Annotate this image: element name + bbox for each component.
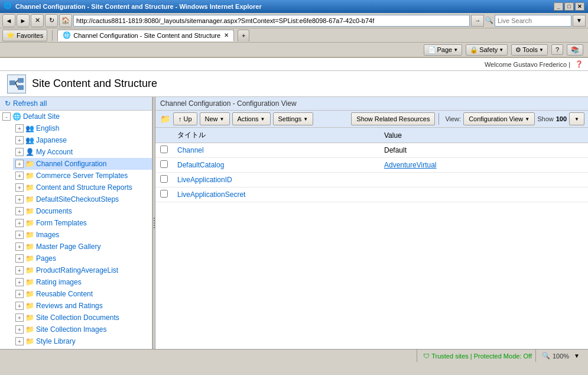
actions-button[interactable]: Actions ▼ <box>232 112 271 125</box>
show-related-button[interactable]: Show Related Resources <box>351 112 435 125</box>
close-button[interactable]: ✕ <box>575 2 584 11</box>
minimize-button[interactable]: _ <box>554 2 563 11</box>
expand-icon[interactable]: + <box>15 243 24 251</box>
content-area: Channel Configuration - Configuration Vi… <box>155 97 588 349</box>
table-container: タイトル Value ChannelDefaultDefaultCatalogA… <box>155 128 588 349</box>
up-button[interactable]: ↑ Up <box>173 112 197 125</box>
help-button[interactable]: ? <box>551 44 563 55</box>
home-button[interactable]: 🏠 <box>59 14 72 27</box>
refresh-all-button[interactable]: ↻ Refresh all <box>0 97 152 111</box>
row-title-cell: Channel <box>173 143 379 158</box>
expand-icon[interactable]: - <box>2 112 11 121</box>
research-button[interactable]: 📚 <box>567 44 583 56</box>
tools-menu-button[interactable]: ⚙ Tools ▼ <box>511 44 548 56</box>
svg-line-4 <box>15 83 18 88</box>
row-title-link[interactable]: DefaultCatalog <box>177 161 224 169</box>
tree-item-my-account[interactable]: + 👤 My Account <box>13 146 152 158</box>
zoom-dropdown-button[interactable]: ▼ <box>571 353 582 359</box>
safety-menu-button[interactable]: 🔒 Safety ▼ <box>466 44 508 56</box>
col-header-title[interactable]: タイトル <box>173 128 379 143</box>
tree-item-site-collection-images[interactable]: + 📁 Site Collection Images <box>13 324 152 335</box>
refresh-button[interactable]: ↻ <box>45 14 58 27</box>
expand-icon[interactable]: + <box>15 325 24 334</box>
new-tab-button[interactable]: + <box>238 30 249 41</box>
expand-icon[interactable]: + <box>15 124 24 132</box>
expand-icon[interactable]: + <box>15 160 24 168</box>
folder-icon: 📁 <box>25 242 34 251</box>
expand-icon[interactable]: + <box>15 148 24 156</box>
row-checkbox[interactable] <box>160 160 168 168</box>
status-zone <box>2 350 417 362</box>
row-checkbox[interactable] <box>160 146 168 153</box>
row-title-link[interactable]: LiveApplicationSecret <box>177 190 245 199</box>
show-value: 100 <box>556 115 567 122</box>
tree-item-documents[interactable]: + 📁 Documents <box>13 205 152 217</box>
expand-icon[interactable]: + <box>15 172 24 180</box>
expand-icon[interactable]: + <box>15 231 24 239</box>
col-header-value[interactable]: Value <box>379 128 588 143</box>
restore-button[interactable]: □ <box>564 2 574 11</box>
tools-icon: ⚙ <box>515 46 521 54</box>
go-button[interactable]: → <box>471 15 484 27</box>
new-button[interactable]: New ▼ <box>200 112 230 125</box>
tree-item-rating-images[interactable]: + 📁 Rating images <box>13 276 152 288</box>
tree-item-reusable-content[interactable]: + 📁 Reusable Content <box>13 288 152 300</box>
row-value[interactable]: AdventureVirtual <box>384 161 437 169</box>
live-search-icon: 🔍 <box>485 17 493 24</box>
address-bar: ◄ ► ✕ ↻ 🏠 → 🔍 ▼ <box>0 13 588 28</box>
tree-item-default-site[interactable]: - 🌐 Default Site <box>2 111 152 122</box>
tree-item-japanese[interactable]: + 👥 Japanese <box>13 134 152 146</box>
tree-item-product-rating[interactable]: + 📁 ProductRatingAverageList <box>13 264 152 276</box>
forward-button[interactable]: ► <box>17 14 30 27</box>
tree-item-workflow-tasks[interactable]: + ✅ Workflow Tasks <box>13 347 152 349</box>
expand-icon[interactable]: + <box>15 207 24 215</box>
expand-icon[interactable]: + <box>15 183 24 192</box>
site-icon: 🌐 <box>12 112 21 121</box>
tree-item-content-reports[interactable]: + 📁 Content and Structure Reports <box>13 182 152 193</box>
tree-item-channel-configuration[interactable]: + 📁 Channel Configuration <box>13 158 152 170</box>
expand-icon[interactable]: + <box>15 254 24 263</box>
expand-icon[interactable]: + <box>15 136 24 144</box>
expand-icon[interactable]: + <box>15 278 24 286</box>
actions-label: Actions <box>238 115 259 122</box>
tree-item-form-templates[interactable]: + 📁 Form Templates <box>13 217 152 229</box>
expand-icon[interactable]: + <box>15 219 24 227</box>
expand-icon[interactable]: + <box>15 302 24 310</box>
help-link-icon[interactable]: ❓ <box>575 60 583 68</box>
show-count-dropdown[interactable]: ▼ <box>569 112 584 125</box>
settings-button[interactable]: Settings ▼ <box>273 112 314 125</box>
page-menu-button[interactable]: 📄 Page ▼ <box>424 44 463 56</box>
actions-dropdown-icon: ▼ <box>261 117 265 122</box>
table-row: DefaultCatalogAdventureVirtual <box>155 158 588 173</box>
tree-item-site-collection-docs[interactable]: + 📁 Site Collection Documents <box>13 312 152 324</box>
tree-item-style-library[interactable]: + 📁 Style Library <box>13 335 152 347</box>
active-tab[interactable]: 🌐 Channel Configuration - Site Content a… <box>57 30 234 41</box>
window-controls[interactable]: _ □ ✕ <box>554 2 584 11</box>
expand-icon[interactable]: + <box>15 337 24 345</box>
tree-item-pages[interactable]: + 📁 Pages <box>13 253 152 264</box>
back-button[interactable]: ◄ <box>2 14 15 27</box>
expand-icon[interactable]: + <box>15 195 24 203</box>
address-input[interactable] <box>73 15 470 27</box>
favorites-button[interactable]: ⭐ Favorites <box>2 30 47 41</box>
expand-icon[interactable]: + <box>15 266 24 274</box>
table-header-row: タイトル Value <box>155 128 588 143</box>
expand-icon[interactable]: + <box>15 290 24 298</box>
tree-item-commerce-templates[interactable]: + 📁 Commerce Server Templates <box>13 170 152 182</box>
tree-item-english[interactable]: + 👥 English <box>13 122 152 134</box>
stop-button[interactable]: ✕ <box>31 14 44 27</box>
tab-close-icon[interactable]: ✕ <box>224 32 229 38</box>
tree-item-reviews-ratings[interactable]: + 📁 Reviews and Ratings <box>13 300 152 312</box>
tree-item-master-gallery[interactable]: + 📁 Master Page Gallery <box>13 241 152 253</box>
row-checkbox[interactable] <box>160 190 168 198</box>
row-value-cell <box>379 188 588 202</box>
search-input[interactable] <box>495 15 571 27</box>
row-title-link[interactable]: LiveApplicationID <box>177 176 232 184</box>
row-title-link[interactable]: Channel <box>177 146 204 154</box>
view-selector[interactable]: Configuration View ▼ <box>463 112 535 125</box>
search-button[interactable]: ▼ <box>573 15 586 27</box>
tree-item-checkout-steps[interactable]: + 📁 DefaultSiteCheckoutSteps <box>13 193 152 205</box>
row-checkbox[interactable] <box>160 175 168 183</box>
expand-icon[interactable]: + <box>15 313 24 322</box>
tree-item-images[interactable]: + 📁 Images <box>13 229 152 241</box>
